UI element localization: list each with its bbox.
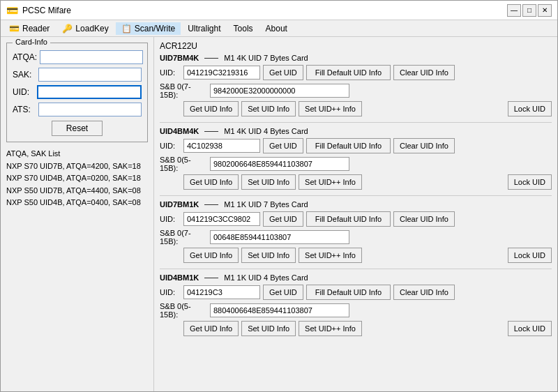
- title-bar: 💳 PCSC Mifare — □ ✕: [1, 1, 557, 20]
- section-uid4bm4k-uid-row: UID: Get UID Fill Default UID Info Clear…: [160, 138, 552, 153]
- ats-label: ATS:: [13, 105, 36, 114]
- uid7bm4k-set-uid-info-btn[interactable]: Set UID Info: [241, 101, 296, 116]
- section-uid7bm1k-line: [204, 204, 218, 205]
- main-window: 💳 PCSC Mifare — □ ✕ 💳 Reader 🔑 LoadKey 📋…: [0, 0, 558, 392]
- uid7bm4k-get-uid-info-btn[interactable]: Get UID Info: [183, 101, 239, 116]
- uid4bm4k-get-uid-info-btn[interactable]: Get UID Info: [183, 174, 239, 190]
- uid4bm4k-uid-label: UID:: [160, 142, 181, 150]
- uid-input[interactable]: [37, 85, 142, 99]
- scanwrite-icon: 📋: [121, 24, 132, 33]
- uid4bm1k-set-uid-info-btn[interactable]: Set UID Info: [241, 321, 296, 336]
- section-uid7bm1k-uid-row: UID: Get UID Fill Default UID Info Clear…: [160, 211, 552, 227]
- uid4bm1k-lock-uid-btn[interactable]: Lock UID: [508, 321, 552, 336]
- section-uid7bm1k-sab-row: S&B 0(7-15B):: [160, 229, 552, 246]
- loadkey-icon: 🔑: [62, 24, 73, 33]
- uid7bm1k-get-uid-info-btn[interactable]: Get UID Info: [183, 248, 239, 263]
- info-line-2: NXP S70 UID4B, ATQA=0200, SAK=18: [6, 172, 148, 185]
- uid4bm4k-clear-uid-info-btn[interactable]: Clear UID Info: [393, 138, 455, 153]
- acr-label: ACR122U: [160, 41, 552, 51]
- section-uid4bm4k-desc: M1 4K UID 4 Bytes Card: [224, 127, 308, 135]
- uid7bm1k-sab-label: S&B 0(7-15B):: [160, 229, 207, 246]
- menu-reader[interactable]: 💳 Reader: [3, 22, 55, 35]
- uid7bm4k-sab-input[interactable]: [210, 84, 349, 98]
- uid-row: UID:: [13, 85, 142, 99]
- minimize-button[interactable]: —: [507, 4, 521, 17]
- uid7bm4k-uid-label: UID:: [160, 68, 181, 77]
- uid4bm1k-uid-input[interactable]: [183, 285, 260, 299]
- uid7bm4k-get-uid-btn[interactable]: Get UID: [263, 65, 303, 80]
- uid7bm1k-get-uid-btn[interactable]: Get UID: [263, 211, 303, 227]
- uid4bm4k-set-uid-pp-info-btn[interactable]: Set UID++ Info: [299, 174, 362, 190]
- menu-reader-label: Reader: [22, 24, 50, 33]
- uid4bm4k-lock-uid-btn[interactable]: Lock UID: [508, 174, 552, 190]
- menu-loadkey[interactable]: 🔑 LoadKey: [56, 22, 114, 35]
- section-uid7bm4k-btn-row2: Get UID Info Set UID Info Set UID++ Info…: [160, 101, 552, 116]
- uid4bm4k-fill-default-btn[interactable]: Fill Default UID Info: [306, 138, 391, 153]
- uid4bm1k-get-uid-btn[interactable]: Get UID: [263, 285, 303, 300]
- section-uid4bm4k: UID4BM4K M1 4K UID 4 Bytes Card UID: Get…: [160, 127, 552, 190]
- title-bar-left: 💳 PCSC Mifare: [6, 5, 71, 16]
- section-uid4bm1k-btn-row2: Get UID Info Set UID Info Set UID++ Info…: [160, 321, 552, 336]
- uid7bm1k-lock-uid-btn[interactable]: Lock UID: [508, 248, 552, 263]
- maximize-button[interactable]: □: [522, 4, 536, 17]
- menu-ultralight[interactable]: Ultralight: [182, 22, 226, 35]
- divider-1: [160, 122, 552, 123]
- uid4bm1k-clear-uid-info-btn[interactable]: Clear UID Info: [393, 285, 455, 300]
- menu-bar: 💳 Reader 🔑 LoadKey 📋 Scan/Write Ultralig…: [1, 20, 557, 37]
- section-uid4bm1k-id: UID4BM1K: [160, 273, 199, 282]
- reset-button[interactable]: Reset: [52, 121, 103, 136]
- reader-icon: 💳: [9, 24, 20, 33]
- window-title: PCSC Mifare: [22, 6, 71, 15]
- menu-tools[interactable]: Tools: [228, 22, 259, 35]
- sak-label: SAK:: [13, 70, 36, 80]
- uid7bm1k-set-uid-pp-info-btn[interactable]: Set UID++ Info: [299, 248, 362, 263]
- card-info-title: Card-Info: [13, 38, 50, 46]
- uid7bm4k-clear-uid-info-btn[interactable]: Clear UID Info: [393, 65, 455, 80]
- sak-input[interactable]: [38, 68, 142, 82]
- section-uid7bm1k-id: UID7BM1K: [160, 200, 199, 209]
- ats-input[interactable]: [38, 103, 142, 116]
- uid7bm4k-lock-uid-btn[interactable]: Lock UID: [508, 101, 552, 116]
- uid4bm1k-sab-input[interactable]: [210, 303, 349, 317]
- uid7bm4k-fill-default-btn[interactable]: Fill Default UID Info: [306, 65, 391, 80]
- menu-ultralight-label: Ultralight: [188, 24, 220, 33]
- uid7bm1k-sab-input[interactable]: [210, 230, 349, 244]
- info-line-0: ATQA, SAK List: [6, 148, 148, 160]
- section-uid7bm4k-header: UID7BM4K M1 4K UID 7 Bytes Card: [160, 54, 552, 62]
- uid7bm1k-fill-default-btn[interactable]: Fill Default UID Info: [306, 211, 391, 227]
- uid7bm4k-uid-input[interactable]: [183, 66, 260, 80]
- section-uid4bm1k-sab-row: S&B 0(5-15B):: [160, 302, 552, 319]
- atqa-input[interactable]: [40, 50, 143, 64]
- uid7bm1k-uid-input[interactable]: [183, 212, 260, 226]
- section-uid7bm4k-line: [204, 58, 218, 59]
- section-uid4bm1k-uid-row: UID: Get UID Fill Default UID Info Clear…: [160, 285, 552, 300]
- uid7bm1k-set-uid-info-btn[interactable]: Set UID Info: [241, 248, 296, 263]
- uid7bm1k-clear-uid-info-btn[interactable]: Clear UID Info: [393, 211, 455, 227]
- menu-scanwrite[interactable]: 📋 Scan/Write: [116, 22, 181, 35]
- section-uid4bm1k-header: UID4BM1K M1 1K UID 4 Bytes Card: [160, 273, 552, 282]
- menu-loadkey-label: LoadKey: [75, 24, 108, 33]
- menu-about[interactable]: About: [260, 22, 293, 35]
- uid4bm4k-sab-label: S&B 0(5-15B):: [160, 156, 207, 172]
- uid4bm4k-get-uid-btn[interactable]: Get UID: [263, 138, 303, 153]
- atqa-row: ATQA:: [13, 50, 142, 64]
- uid4bm1k-get-uid-info-btn[interactable]: Get UID Info: [183, 321, 239, 336]
- uid4bm1k-set-uid-pp-info-btn[interactable]: Set UID++ Info: [299, 321, 362, 336]
- section-uid7bm1k: UID7BM1K M1 1K UID 7 Bytes Card UID: Get…: [160, 200, 552, 263]
- right-panel: ACR122U UID7BM4K M1 4K UID 7 Bytes Card …: [154, 37, 557, 391]
- section-uid4bm1k-line: [204, 278, 218, 278]
- uid4bm1k-fill-default-btn[interactable]: Fill Default UID Info: [306, 285, 391, 300]
- section-uid4bm1k-desc: M1 1K UID 4 Bytes Card: [224, 273, 308, 282]
- uid4bm4k-sab-input[interactable]: [210, 157, 349, 171]
- menu-about-label: About: [266, 24, 287, 33]
- section-uid7bm1k-desc: M1 1K UID 7 Bytes Card: [224, 200, 308, 209]
- uid7bm4k-set-uid-pp-info-btn[interactable]: Set UID++ Info: [299, 101, 362, 116]
- left-panel: Card-Info ATQA: SAK: UID: A: [1, 37, 154, 391]
- sak-row: SAK:: [13, 68, 142, 82]
- uid4bm4k-set-uid-info-btn[interactable]: Set UID Info: [241, 174, 296, 190]
- close-button[interactable]: ✕: [538, 4, 552, 17]
- uid4bm4k-uid-input[interactable]: [183, 139, 260, 153]
- app-icon: 💳: [6, 5, 18, 16]
- section-uid4bm4k-header: UID4BM4K M1 4K UID 4 Bytes Card: [160, 127, 552, 135]
- section-uid7bm4k-desc: M1 4K UID 7 Bytes Card: [224, 54, 308, 62]
